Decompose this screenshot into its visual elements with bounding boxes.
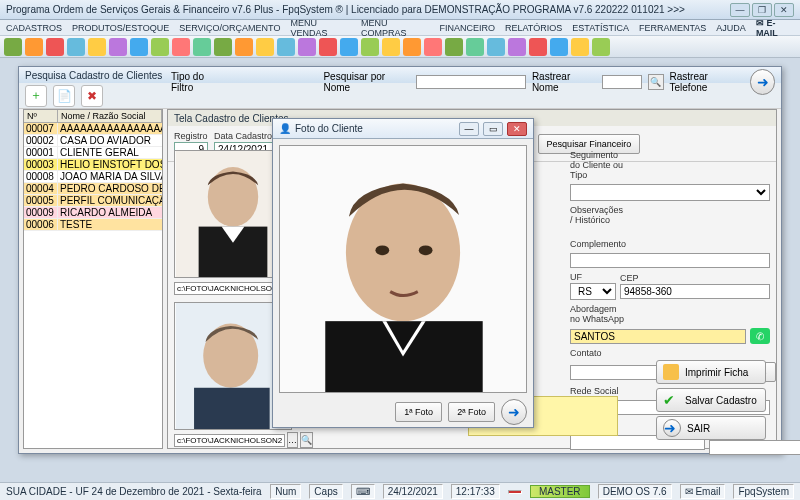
status-left: SUA CIDADE - UF 24 de Dezembro de 2021 -… xyxy=(6,486,262,497)
primeira-foto-button[interactable]: 1ª Foto xyxy=(395,402,442,422)
menu-item[interactable]: PRODUTOS/ESTOQUE xyxy=(72,23,169,33)
col-header-nome: Nome / Razão Social xyxy=(58,110,162,122)
orgao-input[interactable] xyxy=(709,440,800,455)
table-row[interactable]: 00004PEDRO CARDOSO DE ME xyxy=(24,183,162,195)
toolbar-icon[interactable] xyxy=(256,38,274,56)
menu-item[interactable]: ESTATÍSTICA xyxy=(572,23,629,33)
cep-input[interactable] xyxy=(620,284,770,299)
segunda-foto-button[interactable]: 2ª Foto xyxy=(448,402,495,422)
table-row[interactable]: 00001CLIENTE GERAL xyxy=(24,147,162,159)
toolbar-icon[interactable] xyxy=(109,38,127,56)
minimize-button[interactable]: — xyxy=(730,3,750,17)
toolbar-icon[interactable] xyxy=(172,38,190,56)
table-row[interactable]: 00005PERFIL COMUNICAÇÃO xyxy=(24,195,162,207)
app-title: Programa Ordem de Serviços Gerais & Fina… xyxy=(6,4,730,15)
delete-icon[interactable]: ✖ xyxy=(81,85,103,107)
toolbar-icon[interactable] xyxy=(571,38,589,56)
toolbar-icon[interactable] xyxy=(508,38,526,56)
toolbar-icon[interactable] xyxy=(382,38,400,56)
foto-cliente-dialog: 👤 Foto do Cliente — ▭ ✕ 1ª Foto 2ª Foto … xyxy=(272,118,534,428)
toolbar-icon[interactable] xyxy=(529,38,547,56)
toolbar-icon[interactable] xyxy=(319,38,337,56)
toolbar-icon[interactable] xyxy=(151,38,169,56)
statusbar: SUA CIDADE - UF 24 de Dezembro de 2021 -… xyxy=(0,482,800,500)
toolbar-icon[interactable] xyxy=(487,38,505,56)
data-label: Data Cadastro xyxy=(214,131,278,141)
photo1-path[interactable] xyxy=(174,282,285,295)
menu-item[interactable]: FINANCEIRO xyxy=(439,23,495,33)
table-row[interactable]: 00007AAAAAAAAAAAAAAAAAAA xyxy=(24,123,162,135)
document-icon[interactable]: 📄 xyxy=(53,85,75,107)
go-arrow-icon[interactable]: ➜ xyxy=(750,69,775,95)
toolbar-icon[interactable] xyxy=(130,38,148,56)
next-arrow-icon[interactable]: ➜ xyxy=(501,399,527,425)
toolbar-icon[interactable] xyxy=(277,38,295,56)
toolbar-icon[interactable] xyxy=(25,38,43,56)
menu-email[interactable]: ✉ E-MAIL xyxy=(756,18,794,38)
modal-title: Foto do Cliente xyxy=(295,123,455,134)
menu-item[interactable]: RELATÓRIOS xyxy=(505,23,562,33)
toolbar-icon[interactable] xyxy=(46,38,64,56)
maximize-button[interactable]: ❐ xyxy=(752,3,772,17)
track-name-input[interactable] xyxy=(602,75,642,89)
registro-label: Registro xyxy=(174,131,208,141)
menu-item[interactable]: MENU VENDAS xyxy=(290,18,351,38)
menu-item[interactable]: MENU COMPRAS xyxy=(361,18,429,38)
toolbar-icon[interactable] xyxy=(4,38,22,56)
table-row[interactable]: 00003HELIO EINSTOFT DOS SAN xyxy=(24,159,162,171)
abordagem-label: Abordagem no WhatsApp xyxy=(570,304,626,324)
main-toolbar xyxy=(0,36,800,58)
whatsapp-name-input[interactable] xyxy=(570,329,746,344)
search-toolbar: ＋ 📄 ✖ Tipo do Filtro Pesquisar por Nome … xyxy=(19,83,781,109)
complemento-input[interactable] xyxy=(570,253,770,268)
modal-close-button[interactable]: ✕ xyxy=(507,122,527,136)
col-header-n: Nº xyxy=(24,110,58,122)
toolbar-icon[interactable] xyxy=(340,38,358,56)
table-row[interactable]: 00006TESTE xyxy=(24,219,162,231)
toolbar-icon[interactable] xyxy=(445,38,463,56)
modal-maximize-button[interactable]: ▭ xyxy=(483,122,503,136)
toolbar-icon[interactable] xyxy=(361,38,379,56)
whatsapp-icon[interactable]: ✆ xyxy=(750,328,770,344)
add-icon[interactable]: ＋ xyxy=(25,85,47,107)
seguimento-label: Seguimento do Cliente ou Tipo xyxy=(570,150,626,180)
toolbar-icon[interactable] xyxy=(193,38,211,56)
sair-button[interactable]: ➜SAIR xyxy=(656,416,766,440)
toolbar-icon[interactable] xyxy=(403,38,421,56)
menu-item[interactable]: CADASTROS xyxy=(6,23,62,33)
photo2-path[interactable] xyxy=(174,434,285,447)
uf-select[interactable]: RS xyxy=(570,283,616,300)
status-system: FpqSystem xyxy=(733,484,794,499)
window-controls: — ❐ ✕ xyxy=(730,3,794,17)
toolbar-icon[interactable] xyxy=(88,38,106,56)
menu-item[interactable]: SERVIÇO/ORÇAMENTO xyxy=(179,23,280,33)
toolbar-icon[interactable] xyxy=(424,38,442,56)
search-icon[interactable]: 🔍 xyxy=(648,74,663,90)
obs-label: Observações / Histórico xyxy=(570,205,626,225)
menubar: CADASTROS PRODUTOS/ESTOQUE SERVIÇO/ORÇAM… xyxy=(0,20,800,36)
svg-point-8 xyxy=(375,245,389,255)
table-row[interactable]: 00009RICARDO ALMEIDA xyxy=(24,207,162,219)
seguimento-select[interactable] xyxy=(570,184,770,201)
salvar-cadastro-button[interactable]: ✔Salvar Cadastro xyxy=(656,388,766,412)
table-row[interactable]: 00008JOAO MARIA DA SILVA xyxy=(24,171,162,183)
toolbar-icon[interactable] xyxy=(235,38,253,56)
status-email-icon[interactable]: ✉ Email xyxy=(680,484,726,499)
browse-icon[interactable]: … xyxy=(287,432,298,448)
toolbar-icon[interactable] xyxy=(466,38,484,56)
toolbar-icon[interactable] xyxy=(550,38,568,56)
toolbar-icon[interactable] xyxy=(214,38,232,56)
zoom-icon[interactable]: 🔍 xyxy=(300,432,313,448)
imprimir-ficha-button[interactable]: Imprimir Ficha xyxy=(656,360,766,384)
table-row[interactable]: 00002CASA DO AVIADOR xyxy=(24,135,162,147)
search-name-input[interactable] xyxy=(416,75,526,89)
clients-grid[interactable]: Nº Nome / Razão Social 00007AAAAAAAAAAAA… xyxy=(23,109,163,449)
close-button[interactable]: ✕ xyxy=(774,3,794,17)
status-num: Num xyxy=(270,484,301,499)
toolbar-icon[interactable] xyxy=(67,38,85,56)
menu-item[interactable]: FERRAMENTAS xyxy=(639,23,706,33)
modal-minimize-button[interactable]: — xyxy=(459,122,479,136)
toolbar-icon[interactable] xyxy=(298,38,316,56)
toolbar-icon[interactable] xyxy=(592,38,610,56)
menu-item[interactable]: AJUDA xyxy=(716,23,746,33)
